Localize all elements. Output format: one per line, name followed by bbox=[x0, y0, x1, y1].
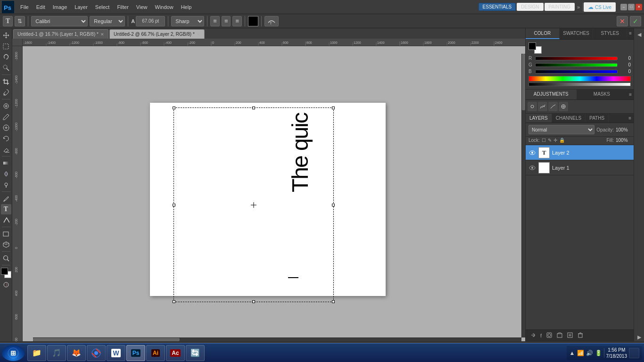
tool-brush[interactable] bbox=[1, 112, 11, 122]
tool-zoom[interactable] bbox=[1, 253, 11, 263]
systray-clock[interactable]: 1:56 PM 7/18/2013 bbox=[606, 347, 627, 359]
tool-lasso[interactable] bbox=[1, 52, 11, 62]
systray-battery[interactable]: 🔋 bbox=[595, 350, 602, 356]
tool-eraser[interactable] bbox=[1, 144, 11, 155]
systray-volume[interactable]: 🔊 bbox=[586, 350, 593, 356]
fg-bg-colors[interactable] bbox=[1, 268, 11, 278]
delete-layer-btn[interactable] bbox=[576, 331, 585, 340]
font-size-input[interactable]: 67.06 pt bbox=[136, 16, 165, 26]
handle-bottom-left[interactable] bbox=[173, 300, 175, 303]
v-scroll-thumb[interactable] bbox=[522, 54, 525, 110]
tab-untitled2[interactable]: Untitled-2 @ 66.7% (Layer 2, RGB/8) * ✕ bbox=[109, 29, 205, 39]
tool-quick-select[interactable] bbox=[1, 63, 11, 73]
tool-history[interactable] bbox=[1, 133, 11, 144]
new-layer-btn[interactable] bbox=[566, 331, 574, 340]
handle-top-right[interactable] bbox=[332, 107, 335, 109]
warp-text-btn[interactable]: T bbox=[264, 16, 279, 26]
taskbar-acrobat[interactable]: Ac bbox=[166, 345, 185, 361]
prop-icon-collapse[interactable]: ◀ bbox=[635, 30, 644, 39]
tab-close-2[interactable]: ✕ bbox=[197, 32, 200, 37]
adj-icon-curves[interactable] bbox=[548, 102, 558, 111]
align-left-btn[interactable]: ≡ bbox=[210, 16, 220, 26]
menu-help[interactable]: Help bbox=[178, 3, 195, 11]
text-color-swatch[interactable] bbox=[248, 16, 258, 26]
handle-top-center[interactable] bbox=[252, 107, 255, 109]
systray-network[interactable]: 📶 bbox=[577, 350, 584, 356]
cs-live-button[interactable]: ☁ CS Live bbox=[584, 2, 616, 12]
taskbar-chrome[interactable] bbox=[87, 345, 106, 361]
tab-paths[interactable]: PATHS bbox=[586, 114, 609, 123]
tool-pen[interactable] bbox=[1, 193, 11, 204]
lock-position-icon[interactable]: ✛ bbox=[553, 138, 557, 143]
tab-color[interactable]: COLOR bbox=[526, 28, 560, 39]
add-style-btn[interactable]: f bbox=[539, 332, 543, 339]
tool-type[interactable]: T bbox=[1, 204, 11, 214]
cancel-text-btn[interactable]: ✕ bbox=[617, 16, 628, 26]
lock-all-icon[interactable]: 🔒 bbox=[559, 138, 565, 143]
link-layers-btn[interactable] bbox=[528, 331, 537, 340]
menu-view[interactable]: View bbox=[133, 3, 151, 11]
tool-dodge[interactable] bbox=[1, 180, 11, 190]
lock-transparent-icon[interactable]: ☐ bbox=[542, 138, 546, 143]
text-orientation-toggle[interactable]: ⇅ bbox=[15, 16, 25, 26]
horizontal-scrollbar[interactable] bbox=[33, 337, 521, 341]
adjustments-panel-expand[interactable]: ≡ bbox=[627, 90, 634, 99]
taskbar-photoshop[interactable]: Ps bbox=[126, 345, 145, 361]
tool-eyedropper[interactable] bbox=[1, 87, 11, 98]
workspace-more-icon[interactable]: » bbox=[576, 4, 581, 10]
fg-bg-mini[interactable] bbox=[528, 42, 542, 54]
channel-r-slider[interactable] bbox=[535, 57, 618, 60]
vertical-scrollbar[interactable] bbox=[521, 54, 525, 337]
tool-move[interactable] bbox=[1, 30, 11, 41]
tool-crop[interactable] bbox=[1, 76, 11, 87]
menu-window[interactable]: Window bbox=[152, 3, 177, 11]
start-button[interactable]: ⊞ bbox=[2, 345, 25, 361]
font-family-select[interactable]: Calibri bbox=[31, 16, 88, 26]
tool-gradient[interactable] bbox=[1, 158, 11, 168]
tab-adjustments[interactable]: ADJUSTMENTS bbox=[526, 90, 577, 99]
tab-masks[interactable]: MASKS bbox=[577, 90, 627, 99]
show-desktop-btn[interactable] bbox=[629, 348, 639, 358]
workspace-design[interactable]: DESIGN bbox=[517, 3, 543, 11]
menu-filter[interactable]: Filter bbox=[114, 3, 132, 11]
tool-healing[interactable] bbox=[1, 101, 11, 111]
taskbar-illustrator[interactable]: Ai bbox=[146, 345, 165, 361]
taskbar-explorer[interactable]: 📁 bbox=[27, 345, 46, 361]
channel-g-slider[interactable] bbox=[535, 63, 618, 67]
tool-quick-mask[interactable] bbox=[1, 280, 11, 290]
new-group-btn[interactable] bbox=[555, 331, 564, 340]
menu-select[interactable]: Select bbox=[92, 3, 113, 11]
tool-marquee[interactable] bbox=[1, 41, 11, 51]
systray-show-hidden[interactable]: ▲ bbox=[570, 350, 575, 356]
window-maximize[interactable]: □ bbox=[628, 4, 635, 10]
taskbar-media[interactable]: 🎵 bbox=[47, 345, 66, 361]
tab-swatches[interactable]: SWATCHES bbox=[560, 28, 594, 39]
menu-layer[interactable]: Layer bbox=[71, 3, 91, 11]
h-scroll-thumb[interactable] bbox=[33, 338, 180, 341]
adj-icon-exposure[interactable] bbox=[559, 102, 568, 111]
layers-panel-expand[interactable]: ≡ bbox=[626, 114, 634, 123]
lock-image-icon[interactable]: ✎ bbox=[548, 138, 552, 143]
align-center-btn[interactable]: ≡ bbox=[222, 16, 231, 26]
handle-bottom-center[interactable] bbox=[252, 300, 255, 303]
handle-middle-right[interactable] bbox=[332, 204, 335, 206]
layer-item-2[interactable]: T Layer 2 bbox=[526, 145, 634, 160]
menu-edit[interactable]: Edit bbox=[33, 3, 49, 11]
color-spectrum[interactable] bbox=[528, 76, 631, 82]
align-right-btn[interactable]: ≡ bbox=[232, 16, 242, 26]
window-close[interactable]: ✕ bbox=[636, 4, 642, 10]
tab-layers[interactable]: LAYERS bbox=[526, 114, 552, 123]
workspace-essentials[interactable]: ESSENTIALS bbox=[479, 3, 516, 11]
font-style-select[interactable]: Regular bbox=[90, 16, 125, 26]
antialiasing-select[interactable]: Sharp bbox=[171, 16, 204, 26]
color-panel-expand[interactable]: ≡ bbox=[627, 28, 634, 39]
channel-b-slider[interactable] bbox=[535, 70, 618, 74]
layer-1-visibility[interactable] bbox=[528, 164, 536, 172]
taskbar-word[interactable]: W bbox=[107, 345, 125, 361]
grayscale-spectrum[interactable] bbox=[528, 82, 631, 86]
taskbar-firefox[interactable]: 🦊 bbox=[67, 345, 86, 361]
tool-shape[interactable] bbox=[1, 229, 11, 239]
tool-path-selection[interactable] bbox=[1, 215, 11, 225]
tab-close-1[interactable]: ✕ bbox=[100, 32, 104, 37]
tab-untitled1[interactable]: Untitled-1 @ 16.7% (Layer 1, RGB/8) * ✕ bbox=[13, 29, 108, 39]
